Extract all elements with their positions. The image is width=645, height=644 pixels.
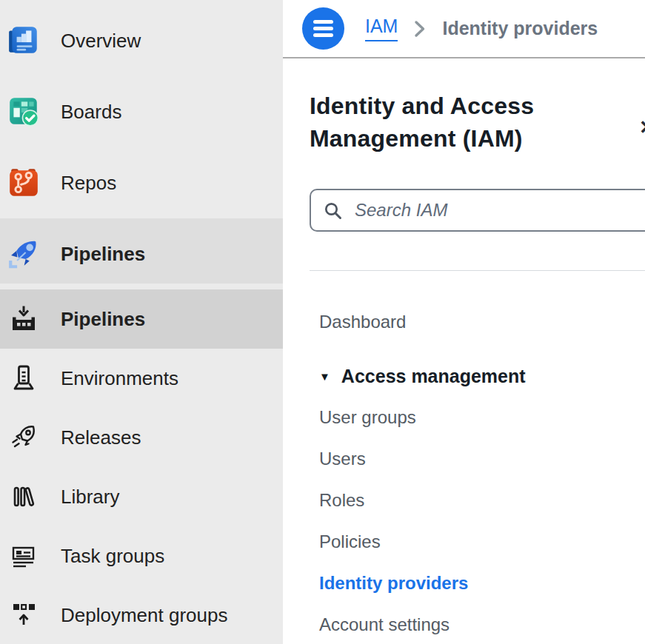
sidebar-item-label: Pipelines <box>61 308 145 331</box>
builds-icon <box>6 304 41 334</box>
deployment-groups-icon <box>6 600 41 630</box>
sidebar-item-label: Repos <box>61 172 116 195</box>
sidebar-item-pipelines-builds[interactable]: Pipelines <box>0 289 283 349</box>
iam-nav-policies[interactable]: Policies <box>283 521 645 563</box>
iam-nav-list: Dashboard ▼ Access management User group… <box>283 301 645 644</box>
nav-item-label: Roles <box>319 490 364 511</box>
library-icon <box>6 482 41 511</box>
iam-search-box[interactable] <box>310 189 645 232</box>
sidebar-item-repos[interactable]: Repos <box>0 147 283 218</box>
boards-icon <box>6 95 41 129</box>
devops-sidebar: Overview Boards <box>0 0 283 644</box>
sidebar-item-deployment-groups[interactable]: Deployment groups <box>0 586 283 644</box>
nav-item-label: Policies <box>319 531 381 552</box>
iam-side-nav: Identity and Access Management (IAM) ✕ D… <box>283 90 645 644</box>
sidebar-item-label: Task groups <box>61 545 164 568</box>
sidebar-item-label: Environments <box>61 367 178 390</box>
nav-item-label: Dashboard <box>319 312 406 332</box>
sidebar-item-pipelines[interactable]: Pipelines <box>0 218 283 289</box>
close-icon[interactable]: ✕ <box>639 116 645 139</box>
sidebar-item-boards[interactable]: Boards <box>0 76 283 147</box>
task-groups-icon <box>6 541 41 571</box>
iam-nav-account-settings[interactable]: Account settings <box>283 604 645 644</box>
releases-icon <box>6 423 41 452</box>
pipelines-rocket-icon <box>6 237 41 271</box>
sidebar-item-label: Deployment groups <box>61 604 227 627</box>
sidebar-item-overview[interactable]: Overview <box>0 5 283 76</box>
search-icon <box>323 201 343 221</box>
breadcrumb-iam-link[interactable]: IAM <box>365 16 398 41</box>
sidebar-item-label: Overview <box>61 30 141 53</box>
nav-section-label: Access management <box>341 366 526 387</box>
caret-down-icon: ▼ <box>319 370 330 383</box>
nav-item-label: Identity providers <box>319 573 468 594</box>
chevron-right-icon <box>412 19 427 38</box>
sidebar-item-label: Releases <box>61 426 141 449</box>
sidebar-item-releases[interactable]: Releases <box>0 408 283 467</box>
iam-nav-access-management[interactable]: ▼ Access management <box>283 355 645 397</box>
iam-nav-user-groups[interactable]: User groups <box>283 397 645 438</box>
iam-nav-users[interactable]: Users <box>283 438 645 480</box>
sidebar-item-task-groups[interactable]: Task groups <box>0 526 283 586</box>
search-input[interactable] <box>353 199 645 221</box>
iam-nav-dashboard[interactable]: Dashboard <box>283 301 645 343</box>
hamburger-icon <box>313 20 333 24</box>
page-title: Identity and Access Management (IAM) <box>310 90 576 155</box>
environments-icon <box>6 363 41 393</box>
overview-icon <box>6 24 41 58</box>
repos-icon <box>6 166 41 200</box>
nav-item-label: Account settings <box>319 614 450 635</box>
nav-item-label: Users <box>319 449 366 469</box>
sidebar-item-label: Pipelines <box>61 243 145 266</box>
breadcrumb-current: Identity providers <box>442 18 598 39</box>
sidebar-item-label: Library <box>61 486 119 509</box>
sidebar-item-library[interactable]: Library <box>0 467 283 526</box>
section-divider <box>310 270 645 271</box>
breadcrumb-bar: IAM Identity providers <box>283 0 645 58</box>
iam-nav-roles[interactable]: Roles <box>283 480 645 521</box>
hamburger-menu-button[interactable] <box>302 7 344 50</box>
iam-main-panel: IAM Identity providers Identity and Acce… <box>283 0 645 644</box>
sidebar-item-label: Boards <box>61 101 121 124</box>
nav-item-label: User groups <box>319 407 416 428</box>
sidebar-item-environments[interactable]: Environments <box>0 349 283 408</box>
iam-nav-identity-providers[interactable]: Identity providers <box>283 563 645 604</box>
